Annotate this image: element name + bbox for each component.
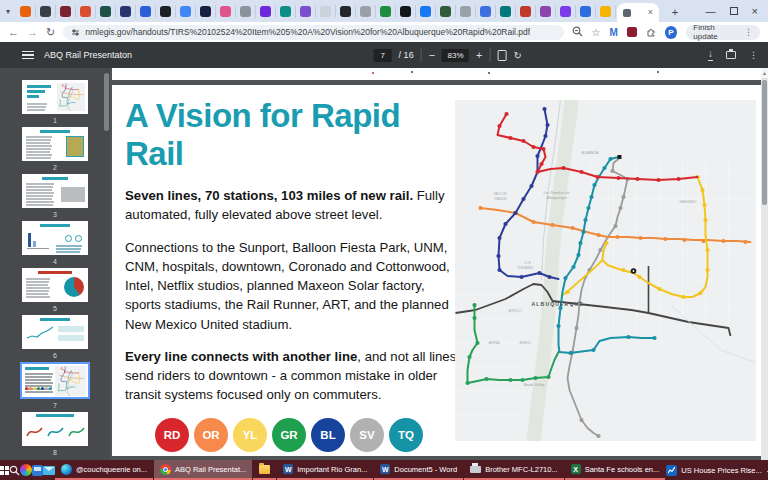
viewer-scrollbar[interactable]: ▲ <box>761 68 768 460</box>
thumbnail-item-6: 6 <box>22 315 88 359</box>
taskbar-app-chrome-abq-rail-presentat[interactable]: ABQ Rail Presentat... <box>154 460 252 480</box>
active-tab[interactable]: × <box>617 3 659 22</box>
rail-line-badges: RDORYLGRBLSVTQ <box>155 418 457 452</box>
page-thumbnail-4[interactable] <box>22 221 88 255</box>
print-button[interactable] <box>726 51 736 59</box>
pinwheel-app-icon[interactable] <box>20 460 32 480</box>
pinned-tab-favicon <box>400 6 411 17</box>
pinned-tab[interactable] <box>196 5 216 18</box>
new-tab-button[interactable]: + <box>668 5 682 19</box>
taskbar-search-icon[interactable] <box>9 460 20 480</box>
start-button[interactable] <box>0 460 9 480</box>
pinned-tab-favicon <box>340 6 351 17</box>
line-badge-bl: BL <box>311 418 345 452</box>
pinned-tab[interactable] <box>336 5 356 18</box>
page-thumbnail-7[interactable] <box>20 362 90 399</box>
pinned-tab[interactable] <box>236 5 256 18</box>
pinned-tab[interactable] <box>56 5 76 18</box>
mail-app-icon[interactable] <box>43 460 55 480</box>
taskbar-app-excel-santa-fe-schools-e[interactable]: XSanta Fe schools en... <box>565 460 666 480</box>
page-thumbnail-3[interactable] <box>22 174 88 208</box>
pinned-tab[interactable] <box>36 5 56 18</box>
scrollbar-thumb[interactable] <box>762 80 767 205</box>
pinned-tab[interactable] <box>136 5 156 18</box>
forward-button[interactable]: → <box>27 27 38 38</box>
window-controls: — × <box>706 0 764 22</box>
pinned-tab[interactable] <box>576 5 596 18</box>
pinned-tab[interactable] <box>456 5 476 18</box>
taskbar-app-word-important-rio-gran[interactable]: WImportant Rio Gran... <box>277 460 373 480</box>
pinned-tab[interactable] <box>96 5 116 18</box>
taskbar-app-word-document5-word[interactable]: WDocument5 - Word <box>374 460 463 480</box>
download-button[interactable]: ↓ <box>708 49 713 61</box>
page-thumbnail-1[interactable] <box>22 80 88 114</box>
pdf-more-button[interactable]: ⋮ <box>749 50 758 60</box>
site-info-icon[interactable] <box>71 28 80 37</box>
tab-close-icon[interactable]: × <box>648 8 653 17</box>
reload-button[interactable]: ↻ <box>46 27 55 38</box>
zoom-in-button[interactable]: + <box>476 50 482 61</box>
pinned-tab[interactable] <box>516 5 536 18</box>
page-thumbnail-2[interactable] <box>22 127 88 161</box>
svg-text:RANCH: RANCH <box>495 197 508 201</box>
pinned-tab[interactable] <box>116 5 136 18</box>
bookmark-star-icon[interactable]: ☆ <box>592 27 601 38</box>
pinned-tab[interactable] <box>176 5 196 18</box>
line-badge-sv: SV <box>350 418 384 452</box>
extensions-puzzle-icon[interactable] <box>646 23 656 41</box>
pinned-tab[interactable] <box>476 5 496 18</box>
svg-text:Albuquerque: Albuquerque <box>546 196 567 200</box>
pinned-tab[interactable] <box>276 5 296 18</box>
monitor-app-icon[interactable] <box>32 460 43 480</box>
sidebar-scrollbar[interactable] <box>104 73 109 131</box>
news-widget[interactable]: US House Prices Rise... <box>666 465 761 476</box>
pinned-tab-favicon <box>500 6 511 17</box>
pinned-tab[interactable] <box>16 5 36 18</box>
pinned-tab[interactable] <box>436 5 456 18</box>
pinned-tab[interactable] <box>356 5 376 18</box>
page-thumbnail-5[interactable] <box>22 268 88 302</box>
pinned-tab[interactable] <box>156 5 176 18</box>
address-bar[interactable]: nmlegis.gov/handouts/TIRS%20102524%20Ite… <box>63 25 563 40</box>
page-total: / 16 <box>399 50 414 60</box>
taskbar-app-folder[interactable] <box>253 460 276 480</box>
pinned-tab[interactable] <box>496 5 516 18</box>
page-thumbnail-6[interactable] <box>22 315 88 349</box>
profile-avatar[interactable]: P <box>665 26 678 39</box>
pinned-tab[interactable] <box>396 5 416 18</box>
thumbnail-page-number: 6 <box>53 352 57 359</box>
shield-extension-icon[interactable] <box>627 27 637 37</box>
zoom-out-button[interactable]: − <box>429 50 435 61</box>
page-thumbnail-8[interactable] <box>22 412 88 446</box>
zoom-indicator-icon[interactable] <box>572 23 583 41</box>
pinned-tab[interactable] <box>416 5 436 18</box>
pinned-tab[interactable] <box>76 5 96 18</box>
pinned-tab[interactable] <box>316 5 336 18</box>
minimize-button[interactable]: — <box>706 6 716 17</box>
svg-text:South Valley: South Valley <box>524 383 546 387</box>
pinned-tab[interactable] <box>216 5 236 18</box>
zoom-level[interactable]: 83% <box>442 49 469 62</box>
pinned-tab[interactable] <box>596 5 616 18</box>
close-button[interactable]: × <box>752 5 758 17</box>
pinned-tab[interactable] <box>376 5 396 18</box>
finish-update-button[interactable]: Finish update ⋮ <box>686 25 760 40</box>
back-button[interactable]: ← <box>8 27 19 38</box>
m-extension-icon[interactable]: M <box>609 27 617 38</box>
scroll-up-arrow[interactable]: ▲ <box>761 68 768 78</box>
browser-menu-icon[interactable]: ⋮ <box>744 27 753 37</box>
tab-list-caret-icon[interactable]: ▾ <box>0 7 16 16</box>
toolbar-right: ☆ M P Finish update ⋮ <box>572 23 761 41</box>
rotate-button[interactable]: ↻ <box>514 50 522 61</box>
fit-page-button[interactable] <box>498 50 507 61</box>
page-number-input[interactable]: 7 <box>374 49 392 62</box>
maximize-button[interactable] <box>730 7 738 15</box>
pinned-tab[interactable] <box>256 5 276 18</box>
pinned-tab-favicon <box>280 6 291 17</box>
pinned-tab[interactable] <box>556 5 576 18</box>
taskbar-app-edge--couchqueenie-on-[interactable]: @couchqueenie on... <box>55 460 153 480</box>
pinned-tab[interactable] <box>536 5 556 18</box>
taskbar-app-printer-brother-mfc-l2710-[interactable]: Brother MFC-L2710... <box>464 460 564 480</box>
pdf-menu-icon[interactable] <box>22 51 34 60</box>
pinned-tab[interactable] <box>296 5 316 18</box>
